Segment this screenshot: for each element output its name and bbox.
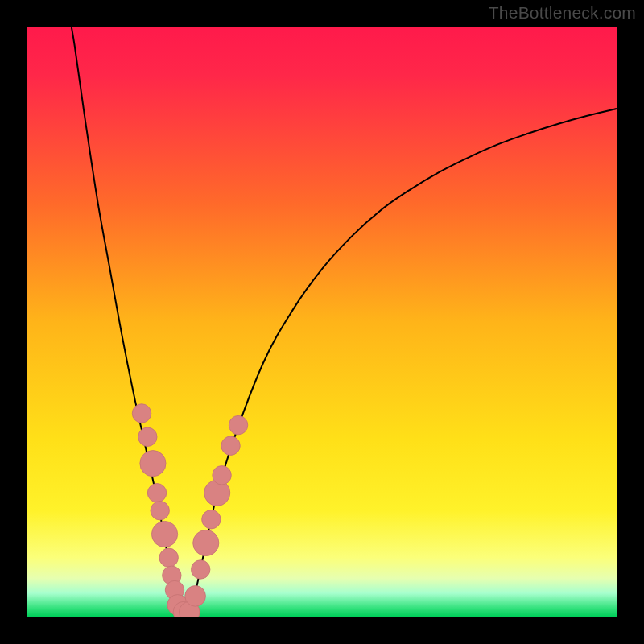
data-marker (132, 404, 151, 423)
data-marker (147, 484, 166, 502)
data-marker (193, 530, 219, 555)
watermark-text: TheBottleneck.com (489, 3, 636, 23)
data-marker (185, 586, 206, 607)
data-marker (138, 427, 157, 446)
data-marker (202, 510, 221, 529)
data-marker (229, 415, 247, 434)
data-marker (191, 560, 209, 579)
chart-frame: TheBottleneck.com (0, 0, 644, 644)
data-marker (140, 451, 166, 477)
data-marker (151, 502, 169, 520)
data-marker (151, 521, 177, 547)
data-marker (221, 436, 240, 455)
data-marker (159, 548, 178, 567)
gradient-background (27, 27, 617, 617)
chart-svg (27, 27, 617, 617)
data-marker (213, 466, 231, 485)
